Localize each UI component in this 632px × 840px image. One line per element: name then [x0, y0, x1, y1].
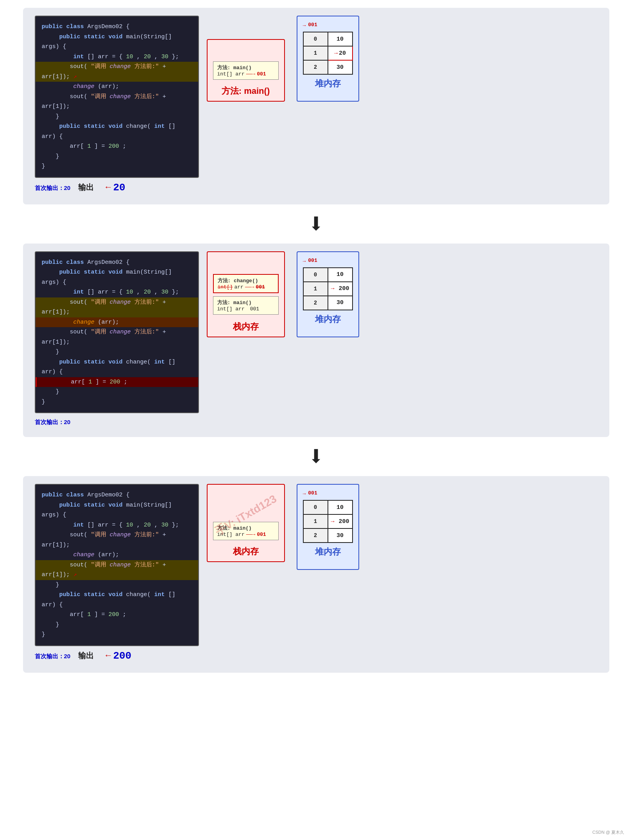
code-line: } [42, 397, 192, 407]
heap-label-3: 堆内存 [303, 546, 353, 558]
diagram3-inner: public class ArgsDemo02 { public static … [35, 484, 598, 665]
stack-label-2: 栈内存 [213, 321, 279, 333]
heap-table-2: 0 10 1 → 200 2 30 [303, 267, 353, 310]
code-line: public static void main(String[] args) { [42, 500, 192, 520]
code-line: int [] arr = { 10 , 20 , 30 }; [42, 52, 192, 62]
code-line: } [42, 347, 192, 357]
code-box-3: public class ArgsDemo02 { public static … [35, 484, 199, 646]
arrow-down-1: ⬇ [23, 212, 609, 240]
code-line: change (arr); [42, 550, 192, 560]
code-line: public static void main(String[] args) { [42, 267, 192, 287]
code-line: } [42, 161, 192, 172]
heap-area-3: → 001 0 10 1 → 200 [297, 484, 359, 570]
output-row-3: 首次输出：20 输出 ← 200 [35, 650, 598, 665]
diagram2-top: public class ArgsDemo02 { public static … [35, 251, 598, 414]
diagram3-top: public class ArgsDemo02 { public static … [35, 484, 598, 646]
diagram-1: public class ArgsDemo02 { public static … [23, 8, 609, 204]
code-line-orange: change (arr); [36, 317, 198, 328]
code-line: } [42, 112, 192, 122]
heap-table-1: 0 10 1 →20 2 30 [303, 32, 353, 75]
stack-label-1: 方法: main() [213, 85, 279, 97]
heap-label-1: 堆内存 [303, 78, 353, 90]
code-line: public static void change( int [] arr) { [42, 357, 192, 377]
code-line: public static void main(String[] args) { [42, 32, 192, 52]
code-line: public class ArgsDemo02 { [42, 490, 192, 500]
arrow-down-2: ⬇ [23, 445, 609, 472]
code-line-highlight: sout( "调用 change 方法前:" + arr[1]); [36, 297, 198, 317]
code-line: } [42, 152, 192, 162]
code-line: arr[ 1 ] = 200 ; [42, 141, 192, 152]
code-line: int [] arr = { 10 , 20 , 30 }; [42, 520, 192, 530]
code-line: } [42, 630, 192, 640]
stack-frame-main-1: 方法: main() int[] arr ——→ 001 [213, 61, 279, 80]
code-line: sout( "调用 change 方法后:" + arr[1]); [42, 92, 192, 112]
code-line-red: arr[ 1 ] = 200 ; [36, 377, 198, 387]
code-line: sout( "调用 change 方法后:" + arr[1]); [42, 327, 192, 347]
stack-frame-main-2: 方法: main() int[] arr 001 [213, 296, 279, 315]
stack-area-1: 方法: main() int[] arr ——→ 001 方法: main() [207, 39, 285, 102]
code-line: } [42, 620, 192, 630]
heap-label-2: 堆内存 [303, 313, 353, 325]
code-box-1: public class ArgsDemo02 { public static … [35, 16, 199, 178]
code-line: } [42, 387, 192, 397]
code-line: public class ArgsDemo02 { [42, 258, 192, 268]
output-section-label-3: 输出 [78, 650, 94, 661]
stack-frame-change: 方法: change() int[] arr ——→ 001 [213, 274, 279, 293]
output-row-2: 首次输出：20 [35, 417, 598, 429]
code-line: change (arr); [42, 82, 192, 92]
code-line-highlight: sout( "调用 change 方法前:" + arr[1]); ↗ [36, 62, 198, 82]
diagram1-top: public class ArgsDemo02 { public static … [35, 16, 598, 178]
code-line: public class ArgsDemo02 { [42, 22, 192, 32]
code-line: public static void change( int [] arr) { [42, 122, 192, 141]
output-section-label-1: 输出 [78, 182, 94, 193]
heap-area-1: → 001 0 10 1 →20 [297, 16, 359, 102]
code-line: } [42, 580, 192, 590]
heap-table-3: 0 10 1 → 200 2 30 [303, 500, 353, 543]
code-line: int [] arr = { 10 , 20 , 30 }; [42, 287, 192, 297]
code-line: arr[ 1 ] = 200 ; [42, 610, 192, 620]
code-line: public static void change( int [] arr) { [42, 590, 192, 610]
watermark: CSDN @ 夏木久 [593, 829, 624, 835]
stack-label-3: 栈内存 [213, 546, 279, 557]
stack-area-2: 方法: change() int[] arr ——→ 001 方法: main(… [207, 251, 285, 337]
diagram-3: public class ArgsDemo02 { public static … [23, 476, 609, 673]
heap-area-2: → 001 0 10 1 → 200 [297, 251, 359, 337]
code-box-2: public class ArgsDemo02 { public static … [35, 251, 199, 414]
output-row-1: 首次输出：20 输出 ← 20 [35, 182, 598, 197]
code-line-highlight3: sout( "调用 change 方法后:" + arr[1]); ↗ [36, 560, 198, 580]
diagram2-inner: public class ArgsDemo02 { public static … [35, 251, 598, 430]
code-line: sout( "调用 change 方法前:" + arr[1]); [42, 530, 192, 550]
diagram1-inner: public class ArgsDemo02 { public static … [35, 16, 598, 197]
stack-area-3: 手V: iTxtd123 方法: main() int[] arr ——→ 00… [207, 484, 285, 562]
diagram-2: public class ArgsDemo02 { public static … [23, 244, 609, 437]
stack-frame-main-3: 方法: main() int[] arr ——→ 001 [213, 522, 279, 540]
